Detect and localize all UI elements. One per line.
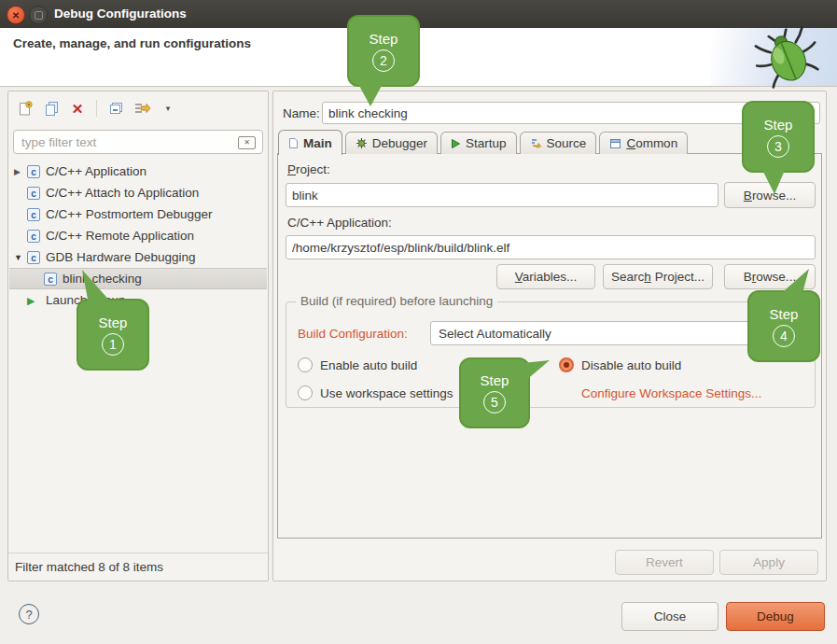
step-2-tail	[355, 82, 388, 108]
restore-window-button[interactable]	[29, 6, 48, 24]
tree-item-cpp-remote[interactable]: c C/C++ Remote Application	[9, 225, 267, 246]
step-2-number: 2	[372, 49, 395, 72]
tab-debugger[interactable]: Debugger	[345, 132, 438, 154]
tab-bar: Main Debugger Startup Sou	[278, 130, 691, 154]
close-window-button[interactable]: ✕	[7, 6, 25, 24]
tab-startup[interactable]: Startup	[440, 132, 517, 154]
tab-main[interactable]: Main	[278, 130, 342, 155]
c-application-icon: c	[27, 165, 40, 178]
main-tab-content: Project: Browse... C/C++ Application: Va…	[277, 153, 822, 539]
tree-item-cpp-attach[interactable]: c C/C++ Attach to Application	[9, 182, 267, 203]
disable-auto-build-label: Disable auto build	[581, 358, 681, 372]
step-3-tail	[758, 166, 791, 196]
step-4-tail	[774, 265, 813, 301]
step-2-balloon: Step 2	[347, 15, 420, 87]
build-group-title: Build (if required) before launching	[296, 294, 497, 308]
delete-configuration-button[interactable]: ✕	[68, 99, 87, 118]
build-configuration-label: Build Configuration:	[298, 327, 408, 341]
project-input[interactable]	[286, 183, 718, 207]
collapse-all-button[interactable]	[106, 99, 125, 118]
tree-item-blink-checking[interactable]: c blink checking	[9, 268, 267, 289]
filter-icon	[133, 102, 151, 116]
enable-auto-build-label: Enable auto build	[320, 358, 417, 372]
common-icon	[609, 138, 621, 149]
close-icon: ✕	[12, 10, 20, 21]
c-application-icon: c	[44, 273, 57, 286]
filter-input[interactable]	[13, 130, 263, 154]
name-label: Name:	[283, 106, 320, 120]
step-5-tail	[509, 356, 552, 389]
filter-configurations-button[interactable]	[133, 99, 151, 118]
application-label: C/C++ Application:	[287, 216, 392, 230]
build-options-group: Build (if required) before launching Bui…	[286, 301, 816, 408]
close-button[interactable]: Close	[621, 602, 718, 631]
toolbar-separator	[96, 100, 97, 117]
launch-group-icon: ▶	[27, 294, 40, 307]
step-4-number: 4	[773, 325, 795, 347]
startup-icon	[451, 138, 461, 149]
step-4-balloon: Step 4	[747, 290, 820, 362]
filter-menu-button[interactable]: ▾	[159, 99, 177, 118]
revert-button[interactable]: Revert	[615, 550, 714, 575]
new-configuration-icon	[18, 101, 33, 117]
collapse-all-icon	[108, 102, 123, 116]
variables-button[interactable]: Variables...	[496, 264, 595, 289]
tree-item-cpp-postmortem[interactable]: c C/C++ Postmortem Debugger	[9, 203, 267, 225]
step-3-balloon: Step 3	[742, 101, 815, 173]
tree-item-gdb-hardware[interactable]: ▼ c GDB Hardware Debugging	[9, 246, 267, 268]
restore-icon	[35, 11, 43, 20]
use-workspace-settings-label: Use workspace settings	[320, 386, 453, 400]
enable-auto-build-radio[interactable]	[298, 357, 313, 372]
search-project-button[interactable]: Search Project...	[603, 264, 713, 289]
filter-status: Filter matched 8 of 8 items	[8, 553, 268, 581]
filter-field-wrap: ✕	[13, 130, 263, 154]
window-title: Debug Configurations	[54, 7, 187, 21]
clear-filter-icon[interactable]: ✕	[238, 136, 256, 149]
step-5-number: 5	[483, 391, 506, 413]
duplicate-configuration-button[interactable]	[42, 99, 61, 118]
c-application-icon: c	[27, 251, 40, 264]
tab-source[interactable]: Source	[520, 132, 597, 154]
project-label: Project:	[287, 162, 330, 176]
disable-auto-build-radio[interactable]	[559, 357, 574, 372]
step-3-number: 3	[767, 135, 789, 158]
debug-configurations-dialog: ✕ Debug Configurations Create, manage, a…	[0, 0, 837, 644]
tree-item-cpp-application[interactable]: ▶ c C/C++ Application	[9, 161, 267, 182]
step-1-tail	[78, 267, 119, 308]
debugger-icon	[356, 137, 368, 149]
duplicate-icon	[44, 101, 60, 117]
source-icon	[530, 137, 542, 149]
header-title: Create, manage, and run configurations	[13, 36, 251, 50]
application-input[interactable]	[286, 235, 816, 259]
c-application-icon: c	[27, 208, 40, 221]
apply-button[interactable]: Apply	[719, 550, 818, 575]
use-workspace-settings-radio[interactable]	[298, 385, 313, 400]
page-icon	[288, 137, 299, 149]
help-icon: ?	[25, 608, 32, 622]
c-application-icon: c	[27, 187, 40, 200]
step-1-balloon: Step 1	[77, 299, 149, 371]
help-button[interactable]: ?	[19, 604, 39, 624]
configure-workspace-settings-link[interactable]: Configure Workspace Settings...	[581, 386, 761, 400]
step-1-number: 1	[102, 333, 124, 356]
new-configuration-button[interactable]	[16, 99, 35, 118]
chevron-down-icon: ▾	[166, 104, 171, 113]
delete-icon: ✕	[72, 102, 84, 116]
debug-button[interactable]: Debug	[726, 602, 825, 631]
c-application-icon: c	[27, 230, 40, 243]
configurations-toolbar: ✕ ▾	[8, 91, 268, 125]
tab-common[interactable]: Common	[599, 132, 688, 154]
expander-collapsed-icon[interactable]: ▶	[14, 167, 27, 176]
expander-expanded-icon[interactable]: ▼	[14, 253, 27, 262]
